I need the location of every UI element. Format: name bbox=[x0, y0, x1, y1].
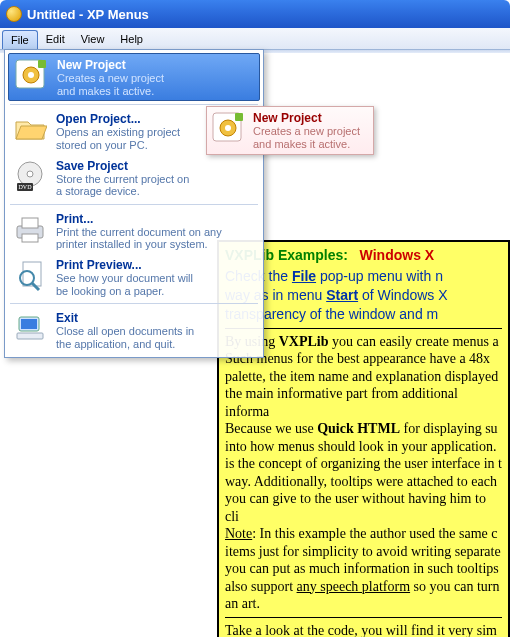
menu-separator bbox=[10, 204, 258, 205]
folder-open-icon bbox=[12, 111, 48, 147]
menu-edit[interactable]: Edit bbox=[38, 28, 73, 49]
info-subtitle: Windows X bbox=[360, 247, 435, 263]
link-file[interactable]: File bbox=[292, 268, 316, 284]
menu-file[interactable]: File bbox=[2, 30, 38, 49]
info-body: By using VXPLib you can easily create me… bbox=[225, 333, 502, 637]
menu-item-title: Save Project bbox=[56, 159, 256, 173]
title-bar: Untitled - XP Menus bbox=[0, 0, 510, 28]
svg-rect-10 bbox=[22, 234, 38, 242]
svg-point-19 bbox=[225, 125, 231, 131]
menu-item-title: Print... bbox=[56, 212, 256, 226]
link-start[interactable]: Start bbox=[326, 287, 358, 303]
menu-item-title: New Project bbox=[57, 58, 255, 72]
info-divider-2 bbox=[225, 617, 502, 618]
project-new-icon bbox=[13, 57, 49, 93]
menu-item-new-project[interactable]: New Project Creates a new projectand mak… bbox=[8, 53, 260, 101]
info-divider bbox=[225, 328, 502, 329]
file-dropdown: New Project Creates a new projectand mak… bbox=[4, 49, 264, 358]
tooltip-desc: Creates a new projectand makes it active… bbox=[253, 125, 360, 150]
menu-item-desc: Creates a new projectand makes it active… bbox=[57, 72, 255, 97]
menu-item-desc: Close all open documents inthe applicati… bbox=[56, 325, 256, 350]
menu-separator bbox=[10, 303, 258, 304]
info-heading: VXPLib Examples: Windows X bbox=[225, 246, 502, 265]
svg-rect-16 bbox=[17, 333, 43, 339]
svg-text:DVD: DVD bbox=[19, 184, 33, 190]
svg-rect-15 bbox=[21, 319, 37, 329]
menu-view[interactable]: View bbox=[73, 28, 113, 49]
menu-bar: File Edit View Help bbox=[0, 28, 510, 50]
menu-item-title: Print Preview... bbox=[56, 258, 256, 272]
svg-point-2 bbox=[28, 72, 34, 78]
window-title: Untitled - XP Menus bbox=[27, 7, 149, 22]
menu-item-print-preview[interactable]: Print Preview... See how your document w… bbox=[8, 254, 260, 300]
svg-rect-20 bbox=[235, 113, 243, 121]
menu-item-print[interactable]: Print... Print the current document on a… bbox=[8, 208, 260, 254]
tooltip-new-project: New Project Creates a new projectand mak… bbox=[206, 106, 374, 155]
menu-item-exit[interactable]: Exit Close all open documents inthe appl… bbox=[8, 307, 260, 353]
svg-point-5 bbox=[27, 171, 33, 177]
menu-help[interactable]: Help bbox=[112, 28, 151, 49]
project-new-icon bbox=[211, 111, 247, 147]
printer-icon bbox=[12, 211, 48, 247]
app-icon bbox=[6, 6, 22, 22]
svg-rect-3 bbox=[38, 60, 46, 68]
info-intro: Check the File pop-up menu with n way as… bbox=[225, 267, 502, 324]
svg-rect-9 bbox=[22, 218, 38, 228]
menu-item-desc: Print the current document on anyprinter… bbox=[56, 226, 256, 251]
menu-item-title: Exit bbox=[56, 311, 256, 325]
magnifier-page-icon bbox=[12, 257, 48, 293]
menu-item-desc: See how your document willbe looking on … bbox=[56, 272, 256, 297]
menu-item-desc: Store the current project ona storage de… bbox=[56, 173, 256, 198]
dvd-disc-icon: DVD bbox=[12, 158, 48, 194]
computer-icon bbox=[12, 310, 48, 346]
menu-item-save-project[interactable]: DVD Save Project Store the current proje… bbox=[8, 155, 260, 201]
tooltip-title: New Project bbox=[253, 111, 360, 125]
